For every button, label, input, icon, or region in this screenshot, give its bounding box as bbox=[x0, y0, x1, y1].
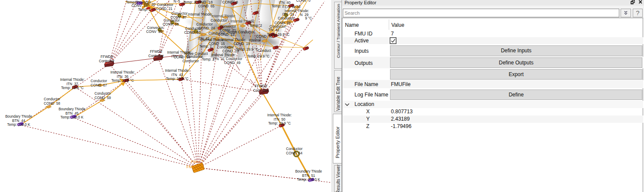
svg-text:Internal TNode:: Internal TNode: bbox=[211, 53, 236, 57]
svg-text:Controller: Controller bbox=[99, 59, 114, 63]
svg-text:COND 58: COND 58 bbox=[44, 102, 60, 106]
svg-text:Controller: Controller bbox=[253, 89, 269, 93]
svg-text:COND 16: COND 16 bbox=[174, 55, 190, 59]
svg-text:Active Conductor: Active Conductor bbox=[228, 30, 255, 34]
svg-text:Conductor: Conductor bbox=[44, 97, 60, 101]
svg-text:Conductor: Conductor bbox=[196, 22, 213, 26]
svg-text:Controller: Controller bbox=[148, 54, 164, 58]
svg-text:FM: FM bbox=[186, 164, 192, 169]
svg-text:Conductor: Conductor bbox=[278, 16, 294, 20]
svg-text:ITN 21: ITN 21 bbox=[213, 57, 225, 61]
svg-text:ITN 50: ITN 50 bbox=[274, 118, 286, 122]
svg-text:Boundary TNode: Boundary TNode bbox=[295, 170, 322, 173]
svg-text:Conductor: Conductor bbox=[94, 92, 111, 96]
svg-text:COND 59: COND 59 bbox=[94, 96, 111, 100]
svg-text:Temp: 300.0 K: Temp: 300.0 K bbox=[61, 115, 84, 119]
svg-text:Internal TNode:: Internal TNode: bbox=[231, 19, 255, 23]
svg-text:FFWD8: FFWD8 bbox=[150, 50, 163, 54]
svg-text:Convector: Convector bbox=[147, 26, 163, 30]
svg-text:Boundary TNode: Boundary TNode bbox=[59, 107, 85, 111]
svg-text:TN 42: TN 42 bbox=[269, 28, 280, 32]
svg-text:COND 24: COND 24 bbox=[198, 26, 215, 30]
svg-text:Conductor: Conductor bbox=[286, 147, 302, 151]
svg-text:ITN 43: ITN 43 bbox=[172, 73, 183, 77]
svg-text:Temp: 2: Temp: 2 bbox=[138, 8, 151, 12]
svg-text:COND 8: COND 8 bbox=[222, 0, 238, 4]
svg-text:Conduct: Conduct bbox=[258, 49, 271, 53]
svg-text:Conductor: Conductor bbox=[226, 57, 242, 61]
svg-text:Internal TNode:: Internal TNode: bbox=[165, 69, 189, 73]
svg-text:CO W 70: CO W 70 bbox=[285, 5, 300, 9]
svg-text:COND 49: COND 49 bbox=[224, 61, 241, 65]
svg-text:Internal: Internal bbox=[249, 38, 260, 42]
svg-text:Temp: 29.9 °C: Temp: 29.9 °C bbox=[247, 54, 270, 58]
svg-text:ITN 36: ITN 36 bbox=[117, 75, 129, 79]
svg-text:BTN 51: BTN 51 bbox=[302, 174, 315, 178]
svg-text:Temp: 2: Temp: 2 bbox=[202, 58, 215, 61]
svg-text:Internal TNode:: Internal TNode: bbox=[267, 113, 292, 117]
svg-text:FMU 7: FMU 7 bbox=[191, 159, 204, 164]
svg-text:Temp: 300.0 K: Temp: 300.0 K bbox=[7, 123, 30, 127]
svg-text:Conductor: Conductor bbox=[217, 45, 234, 49]
svg-text:COND 64: COND 64 bbox=[286, 151, 302, 155]
svg-text:9 °C: 9 °C bbox=[305, 16, 312, 20]
svg-text:Temp: 2: Temp: 2 bbox=[271, 4, 284, 8]
svg-text:CONV 29: CONV 29 bbox=[146, 30, 163, 34]
svg-text:COND 21: COND 21 bbox=[156, 7, 172, 11]
svg-text:Temp: 29.9 °C: Temp: 29.9 °C bbox=[267, 33, 289, 37]
svg-text:Conductor: Conductor bbox=[91, 79, 107, 83]
svg-text:Internal TNode:: Internal TNode: bbox=[60, 78, 85, 82]
svg-text:COND 65: COND 65 bbox=[198, 4, 215, 8]
svg-text:Temp: 29.9 °C: Temp: 29.9 °C bbox=[166, 77, 189, 81]
svg-text:Temp: 2: Temp: 2 bbox=[199, 45, 212, 48]
svg-text:Temp: 29.9 °C: Temp: 29.9 °C bbox=[236, 48, 258, 51]
svg-text:Convector: Convector bbox=[163, 19, 180, 22]
svg-text:ITN 37: ITN 37 bbox=[67, 82, 78, 86]
svg-text:Convector: Convector bbox=[220, 25, 236, 29]
svg-text:Internal TNode:: Internal TNode: bbox=[211, 14, 236, 18]
svg-text:Internal TNode:: Internal TNode: bbox=[167, 51, 192, 54]
svg-text:Conductor: Conductor bbox=[211, 19, 227, 22]
svg-text:Temp: 29.9 °C: Temp: 29.9 °C bbox=[268, 122, 291, 125]
svg-text:Temp: 2: Temp: 2 bbox=[249, 24, 262, 28]
svg-text:Internal TNode:: Internal TNode: bbox=[222, 38, 246, 42]
svg-text:Temp: 300.0 K: Temp: 300.0 K bbox=[297, 178, 320, 182]
svg-text:Temp: 29.9 °C: Temp: 29.9 °C bbox=[111, 79, 134, 83]
svg-text:COND 67: COND 67 bbox=[91, 83, 107, 87]
svg-text:Internal TNode:: Internal TNode: bbox=[111, 70, 135, 74]
svg-text:ITN 41: ITN 41 bbox=[198, 37, 210, 41]
svg-text:Internal TNode:: Internal TNode: bbox=[188, 13, 212, 16]
svg-text:Boundary TNode: Boundary TNode bbox=[5, 115, 32, 118]
svg-text:BTN 45: BTN 45 bbox=[65, 112, 78, 115]
svg-text:Convector: Convector bbox=[171, 12, 188, 16]
svg-text:ITN 31: ITN 31 bbox=[283, 13, 294, 16]
svg-text:Conductor: Conductor bbox=[182, 59, 199, 63]
svg-text:CONV 59: CONV 59 bbox=[163, 22, 179, 26]
svg-text:Temp: 2: Temp: 2 bbox=[183, 0, 196, 4]
svg-text:FFWD8: FFWD8 bbox=[101, 55, 113, 59]
svg-text:BTN 44: BTN 44 bbox=[12, 119, 25, 123]
svg-text:COND 19: COND 19 bbox=[234, 42, 250, 46]
svg-text:ITN 20: ITN 20 bbox=[144, 3, 156, 6]
svg-text:CONV 0: CONV 0 bbox=[296, 0, 311, 3]
svg-text:COND 53: COND 53 bbox=[184, 31, 201, 35]
svg-text:N 5: N 5 bbox=[173, 0, 180, 3]
svg-text:Temp: 29.9 °C: Temp: 29.9 °C bbox=[61, 86, 84, 90]
svg-text:COND 18: COND 18 bbox=[195, 0, 213, 4]
svg-text:FFWD8: FFWD8 bbox=[255, 84, 267, 88]
svg-text:Conductor: Conductor bbox=[157, 3, 173, 7]
